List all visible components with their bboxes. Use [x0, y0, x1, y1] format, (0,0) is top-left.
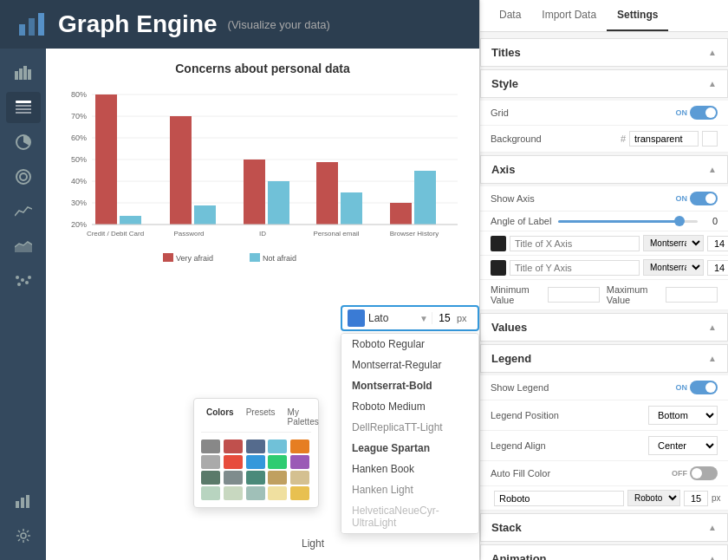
font-option-0[interactable]: Roboto Regular [341, 334, 478, 355]
swatch-light-gray[interactable] [201, 455, 220, 469]
font-option-2[interactable]: Montserrat-Bold [341, 375, 478, 396]
svg-point-14 [17, 283, 21, 286]
swatch-tan[interactable] [268, 471, 287, 485]
svg-rect-46 [414, 171, 436, 225]
swatch-gray[interactable] [201, 440, 220, 453]
legend-align-select[interactable]: Center [648, 436, 718, 455]
x-axis-size-input[interactable] [707, 236, 728, 251]
grid-label: Grid [491, 107, 509, 118]
svg-text:Credit / Debit Card: Credit / Debit Card [87, 230, 144, 238]
sidebar-icon-table[interactable] [6, 92, 41, 123]
sidebar-icon-line[interactable] [6, 196, 41, 227]
show-axis-label: Show Axis [491, 193, 535, 204]
font-option-1[interactable]: Montserrat-Regular [341, 355, 478, 375]
swatch-pale-teal[interactable] [224, 486, 243, 500]
sidebar-icon-barchart[interactable] [6, 57, 41, 88]
tab-import[interactable]: Import Data [531, 0, 607, 31]
x-axis-title-input[interactable] [510, 236, 640, 251]
swatch-light-blue[interactable] [268, 440, 287, 453]
grid-row: Grid ON [480, 101, 728, 126]
swatch-light-tan[interactable] [290, 471, 309, 485]
font-dropdown-arrow[interactable]: ▼ [419, 314, 428, 323]
grid-toggle-track[interactable] [690, 106, 718, 120]
swatch-teal[interactable] [246, 471, 265, 485]
color-tab-mypalettes[interactable]: My Palettes [283, 406, 324, 428]
x-axis-font-select[interactable]: Montserrat [643, 235, 704, 251]
min-value-label: Minimum Value [491, 284, 541, 305]
angle-slider[interactable] [558, 220, 698, 223]
legend-font-name-input[interactable] [494, 491, 624, 506]
axis-header[interactable]: Axis ▲ [480, 155, 728, 184]
values-header[interactable]: Values ▲ [480, 313, 728, 342]
color-tab-colors[interactable]: Colors [201, 406, 239, 428]
auto-fill-toggle[interactable]: OFF [672, 466, 718, 480]
titles-header[interactable]: Titles ▲ [480, 38, 728, 67]
swatch-bright-red[interactable] [224, 455, 243, 469]
animation-header[interactable]: Animation ▲ [480, 544, 728, 560]
bar-chart-svg: 80% 70% 60% 50% 40% 30% 20% [59, 84, 466, 275]
swatch-yellow[interactable] [268, 486, 287, 500]
stack-header[interactable]: Stack ▲ [480, 513, 728, 542]
svg-rect-19 [16, 501, 19, 508]
y-axis-font-select[interactable]: Montserrat [643, 259, 704, 276]
stack-arrow-icon: ▲ [708, 523, 717, 532]
sidebar-icon-smallbar[interactable] [6, 485, 41, 517]
swatch-gold[interactable] [290, 486, 309, 500]
min-value-input[interactable] [548, 287, 600, 303]
y-axis-color-box[interactable] [491, 260, 506, 276]
show-legend-toggle-thumb [705, 382, 716, 393]
swatch-pale-green[interactable] [201, 486, 220, 500]
legend-font-select[interactable]: Roboto [627, 490, 680, 506]
legend-size-input[interactable] [684, 491, 708, 506]
swatch-red[interactable] [224, 440, 243, 453]
font-option-8[interactable]: HelveticaNeueCyr-UltraLight [341, 500, 478, 533]
auto-fill-off-label: OFF [672, 469, 687, 478]
background-color-preview[interactable] [702, 131, 718, 147]
grid-toggle[interactable]: ON [676, 106, 718, 120]
show-legend-toggle-track[interactable] [690, 381, 718, 394]
legend-header[interactable]: Legend ▲ [480, 344, 728, 373]
grid-on-label: ON [676, 108, 688, 117]
swatch-mid-teal[interactable] [246, 486, 265, 500]
swatch-dark-teal[interactable] [201, 471, 220, 485]
max-value-input[interactable] [666, 287, 718, 303]
swatch-orange[interactable] [290, 440, 309, 453]
color-picker-popup: Colors Presets My Palettes [193, 398, 319, 508]
app-logo-icon [17, 11, 48, 37]
font-option-3[interactable]: Roboto Medium [341, 396, 478, 417]
auto-fill-toggle-track[interactable] [690, 466, 718, 480]
background-value-input[interactable] [629, 131, 699, 147]
font-option-7[interactable]: Hanken Light [341, 479, 478, 500]
swatch-blue-dark[interactable] [246, 440, 265, 453]
swatch-purple[interactable] [290, 455, 309, 469]
tab-data[interactable]: Data [489, 0, 531, 31]
tab-settings[interactable]: Settings [607, 0, 668, 31]
font-option-5[interactable]: League Spartan [341, 438, 478, 459]
show-legend-toggle[interactable]: ON [676, 381, 718, 394]
font-option-6[interactable]: Hanken Book [341, 459, 478, 479]
swatch-medium-gray[interactable] [224, 471, 243, 485]
sidebar-icon-pie[interactable] [6, 127, 41, 158]
svg-text:Password: Password [173, 230, 204, 238]
swatch-green[interactable] [268, 455, 287, 469]
font-selector-area: Lato ▼ 15 px Roboto Regular Montserrat-R… [341, 305, 479, 534]
show-axis-toggle-track[interactable] [690, 192, 718, 205]
show-axis-toggle[interactable]: ON [676, 192, 718, 205]
settings-content: Titles ▲ Style ▲ Grid ON [480, 32, 728, 560]
sidebar-icon-scatter[interactable] [6, 265, 41, 296]
sidebar-icon-donut[interactable] [6, 161, 41, 192]
y-axis-size-input[interactable] [707, 260, 728, 276]
font-color-picker[interactable] [348, 309, 365, 327]
sidebar-icon-settings2[interactable] [6, 520, 41, 551]
font-size-display[interactable]: 15 [432, 312, 453, 324]
font-option-4[interactable]: DellReplicaTT-Light [341, 417, 478, 438]
style-header[interactable]: Style ▲ [480, 69, 728, 98]
sidebar-icon-area[interactable] [6, 231, 41, 262]
svg-point-12 [16, 170, 30, 184]
color-tab-presets[interactable]: Presets [241, 406, 281, 428]
x-axis-color-box[interactable] [491, 236, 506, 251]
legend-position-select[interactable]: Bottom [648, 406, 718, 425]
sidebar [0, 49, 46, 560]
y-axis-title-input[interactable] [510, 260, 640, 276]
swatch-bright-blue[interactable] [246, 455, 265, 469]
